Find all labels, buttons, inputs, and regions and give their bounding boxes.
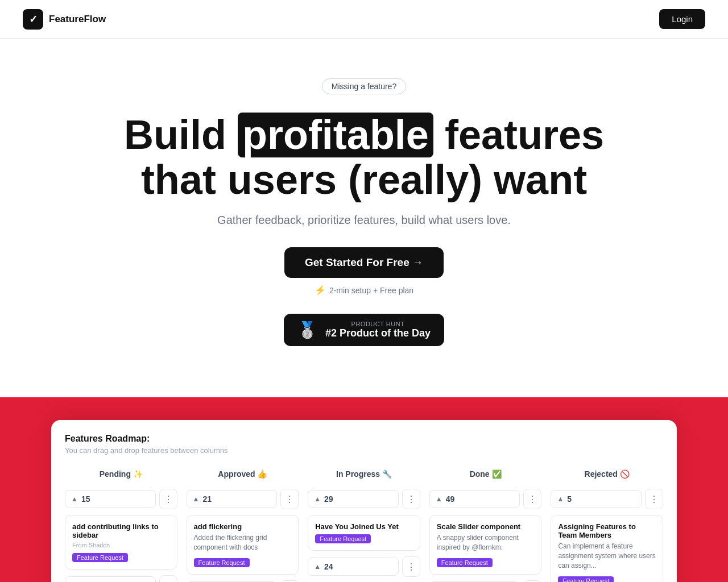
col-menu-inprogress-2[interactable]: ⋮: [402, 556, 420, 577]
count-box-pending[interactable]: ▲ 15: [65, 490, 156, 508]
kanban-col-pending: Pending ✨ ▲ 15 ⋮ add contributing links …: [65, 466, 177, 582]
col-menu-pending[interactable]: ⋮: [159, 489, 177, 509]
card-tag-rejected: Feature Request: [558, 576, 614, 582]
col-menu-rejected[interactable]: ⋮: [645, 489, 663, 509]
col-menu-done[interactable]: ⋮: [523, 489, 541, 509]
navbar: ✓ FeatureFlow Login: [0, 0, 728, 39]
count-arrow-icon-6: ▲: [314, 563, 321, 571]
card-from: From Shadcn: [72, 542, 170, 548]
count-box-inprogress[interactable]: ▲ 29: [308, 490, 399, 508]
col-count-row-pending-2: ▲ 13 ⋮: [65, 575, 177, 582]
card-tag: Feature Request: [72, 553, 128, 562]
brand-logo-icon: ✓: [29, 13, 38, 26]
card-tag-approved: Feature Request: [194, 558, 250, 567]
card-title-done: Scale Slider component: [437, 522, 535, 531]
brand: ✓ FeatureFlow: [23, 9, 106, 30]
count-box-rejected[interactable]: ▲ 5: [551, 490, 642, 508]
count-arrow-icon-3: ▲: [193, 495, 200, 503]
kanban-board: Pending ✨ ▲ 15 ⋮ add contributing links …: [65, 466, 663, 582]
cta-subtext: ⚡ 2-min setup + Free plan: [315, 285, 413, 296]
count-box-pending-2[interactable]: ▲ 13: [65, 576, 156, 582]
hero-title: Build profitable features that users (re…: [108, 113, 620, 202]
col-header-done: Done ✅: [429, 466, 542, 482]
count-arrow-icon-7: ▲: [436, 495, 442, 503]
kanban-col-approved: Approved 👍 ▲ 21 ⋮ add flickering Added t…: [187, 466, 299, 582]
card-title-approved: add flickering: [194, 522, 292, 531]
col-count-row-rejected: ▲ 5 ⋮: [551, 489, 663, 509]
login-button[interactable]: Login: [659, 9, 705, 29]
card-desc-approved: Added the flickering grid component with…: [194, 533, 292, 552]
bolt-icon: ⚡: [315, 285, 326, 296]
ph-medal-icon: 🥈: [297, 321, 317, 339]
card-title: add contributing links to sidebar: [72, 522, 170, 539]
col-count-row-inprogress: ▲ 29 ⋮: [308, 489, 420, 509]
kanban-card-approved: add flickering Added the flickering grid…: [187, 515, 299, 575]
col-count-row-pending: ▲ 15 ⋮: [65, 489, 177, 509]
hero-section: Missing a feature? Build profitable feat…: [0, 39, 728, 397]
kanban-col-done: Done ✅ ▲ 49 ⋮ Scale Slider component A s…: [429, 466, 542, 582]
count-arrow-icon: ▲: [71, 495, 78, 503]
col-header-pending: Pending ✨: [65, 466, 177, 482]
hero-subtitle: Gather feedback, prioritize features, bu…: [217, 214, 511, 227]
kanban-card-done: Scale Slider component A snappy slider c…: [429, 515, 542, 575]
dashboard-card: Features Roadmap: You can drag and drop …: [51, 420, 677, 582]
dashboard-subtitle: You can drag and drop features between c…: [65, 446, 663, 455]
missing-feature-badge[interactable]: Missing a feature?: [322, 78, 406, 94]
cta-button[interactable]: Get Started For Free →: [284, 247, 444, 278]
col-count-row-done: ▲ 49 ⋮: [429, 489, 542, 509]
kanban-col-rejected: Rejected 🚫 ▲ 5 ⋮ Assigning Features to T…: [551, 466, 663, 582]
brand-logo: ✓: [23, 9, 43, 30]
card-title-rejected: Assigning Features to Team Members: [558, 522, 656, 539]
card-desc-rejected: Can implement a feature assignment syste…: [558, 542, 656, 570]
card-title-inprogress: Have You Joined Us Yet: [315, 522, 413, 531]
kanban-col-inprogress: In Progress 🔧 ▲ 29 ⋮ Have You Joined Us …: [308, 466, 420, 582]
count-arrow-icon-5: ▲: [314, 495, 321, 503]
hero-title-highlight: profitable: [238, 113, 433, 157]
dashboard-title: Features Roadmap:: [65, 434, 663, 444]
col-menu-approved[interactable]: ⋮: [280, 489, 299, 509]
count-arrow-icon-9: ▲: [557, 495, 564, 503]
col-count-row-approved: ▲ 21 ⋮: [187, 489, 299, 509]
count-box-approved[interactable]: ▲ 21: [187, 490, 278, 508]
card-tag-inprogress: Feature Request: [315, 534, 371, 543]
col-header-inprogress: In Progress 🔧: [308, 466, 420, 482]
brand-name: FeatureFlow: [49, 14, 106, 25]
col-count-row-inprogress-2: ▲ 24 ⋮: [308, 556, 420, 577]
card-tag-done: Feature Request: [437, 558, 493, 567]
product-hunt-badge[interactable]: 🥈 PRODUCT HUNT #2 Product of the Day: [284, 314, 444, 346]
card-desc-done: A snappy slider component inspired by @f…: [437, 533, 535, 552]
kanban-card-rejected: Assigning Features to Team Members Can i…: [551, 515, 663, 582]
ph-text: PRODUCT HUNT #2 Product of the Day: [325, 321, 431, 339]
col-menu-pending-2[interactable]: ⋮: [159, 575, 177, 582]
col-menu-inprogress[interactable]: ⋮: [402, 489, 420, 509]
count-box-inprogress-2[interactable]: ▲ 24: [308, 558, 399, 576]
kanban-card: add contributing links to sidebar From S…: [65, 515, 177, 569]
col-header-approved: Approved 👍: [187, 466, 299, 482]
kanban-card-inprogress: Have You Joined Us Yet Feature Request: [308, 515, 420, 551]
col-header-rejected: Rejected 🚫: [551, 466, 663, 482]
dashboard-section: Features Roadmap: You can drag and drop …: [0, 397, 728, 582]
count-box-done[interactable]: ▲ 49: [429, 490, 520, 508]
